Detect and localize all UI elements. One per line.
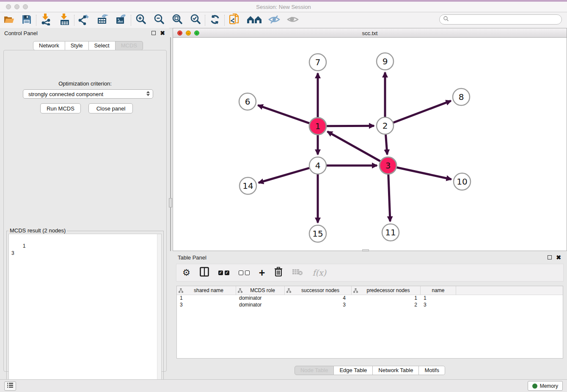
graph-edge-1-6[interactable] [258, 105, 310, 123]
graph-edge-2-8[interactable] [394, 101, 451, 122]
criterion-dropdown[interactable]: strongly connected component [23, 89, 153, 99]
search-icon [443, 16, 449, 23]
table-row[interactable]: 3dominator323 [177, 302, 563, 309]
table-cell[interactable]: 3 [177, 302, 236, 309]
delete-column-button[interactable] [274, 267, 283, 278]
network-graph[interactable]: 7968124314101511 [173, 38, 567, 251]
column-header-successor-nodes[interactable]: successor nodes [285, 286, 352, 295]
zoom-out-button[interactable] [153, 14, 165, 27]
task-history-button[interactable] [4, 381, 16, 391]
panel-splitter[interactable] [170, 37, 171, 251]
memory-button[interactable]: Memory [528, 381, 563, 391]
graph-node-7[interactable]: 7 [309, 54, 326, 71]
hide-selected-button[interactable] [268, 14, 281, 27]
tab-edge-table[interactable]: Edge Table [334, 366, 373, 375]
table-cell[interactable]: 3 [421, 302, 456, 309]
tab-style[interactable]: Style [65, 41, 89, 50]
graph-node-15[interactable]: 15 [309, 225, 326, 242]
graph-node-label: 7 [315, 57, 321, 67]
tab-select[interactable]: Select [89, 41, 116, 50]
tab-mcds[interactable]: MCDS [116, 41, 143, 50]
export-network-button[interactable] [78, 14, 91, 27]
graph-edge-1-2[interactable] [327, 126, 374, 126]
panel-splitter-handle[interactable] [169, 198, 172, 207]
result-scrollbar[interactable] [157, 234, 161, 389]
function-builder-button[interactable]: f(x) [312, 267, 326, 278]
search-input[interactable] [439, 14, 562, 25]
graph-node-11[interactable]: 11 [382, 224, 399, 241]
table-cell[interactable]: 3 [285, 302, 352, 309]
table-cell[interactable]: 2 [352, 302, 421, 309]
float-panel-icon[interactable] [151, 31, 156, 35]
export-table-button[interactable] [96, 14, 109, 27]
close-panel-button[interactable]: Close panel [88, 103, 133, 113]
tab-network-table[interactable]: Network Table [373, 366, 419, 375]
zoom-fit-icon [171, 14, 183, 27]
eye-icon [286, 14, 299, 26]
graph-node-6[interactable]: 6 [239, 93, 256, 110]
import-network-button[interactable] [40, 14, 52, 27]
graph-node-3[interactable]: 3 [380, 157, 396, 174]
dropdown-stepper-icon [146, 91, 150, 96]
tab-network[interactable]: Network [33, 41, 65, 50]
graph-node-14[interactable]: 14 [239, 177, 256, 194]
create-column-button[interactable]: + [259, 267, 265, 278]
open-session-button[interactable] [3, 14, 15, 27]
graph-node-10[interactable]: 10 [454, 173, 471, 190]
column-header-name[interactable]: name [421, 286, 456, 295]
clone-network-button[interactable] [228, 14, 241, 27]
main-toolbar [0, 12, 567, 28]
graph-node-1[interactable]: 1 [309, 118, 326, 135]
column-header-predecessor-nodes[interactable]: predecessor nodes [352, 286, 421, 295]
node-table-body: 1dominator4113dominator323 [177, 295, 563, 309]
table-cell[interactable]: 1 [421, 295, 456, 302]
graph-node-2[interactable]: 2 [377, 117, 394, 134]
table-row[interactable]: 1dominator411 [177, 295, 563, 302]
column-header-shared-name[interactable]: shared name [177, 286, 236, 295]
show-columns-button[interactable] [200, 267, 209, 278]
save-session-button[interactable] [20, 14, 33, 27]
zoom-in-button[interactable] [135, 14, 147, 27]
close-panel-icon[interactable]: ✖ [160, 31, 165, 35]
table-cell[interactable]: 1 [177, 295, 236, 302]
graph-edge-3-11[interactable] [388, 174, 390, 221]
table-cell[interactable]: dominator [236, 295, 285, 302]
export-image-button[interactable] [115, 14, 128, 27]
table-panel-title: Table Panel [178, 254, 206, 261]
horizontal-splitter-handle[interactable] [362, 249, 369, 251]
network-window-titlebar[interactable]: ✕ – + scc.txt [173, 28, 567, 38]
node-table[interactable]: shared nameMCDS rolesuccessor nodesprede… [176, 286, 563, 359]
graph-node-9[interactable]: 9 [377, 53, 394, 70]
deselect-all-button[interactable] [239, 267, 250, 278]
table-float-panel-icon[interactable] [548, 255, 552, 259]
select-all-button[interactable]: ✓ ✓ [218, 267, 229, 278]
delete-table-button[interactable] [292, 267, 303, 278]
table-cell[interactable]: dominator [236, 302, 285, 309]
import-table-button[interactable] [58, 14, 71, 27]
column-type-icon [179, 288, 183, 293]
table-cell[interactable]: 4 [285, 295, 352, 302]
graph-edge-3-10[interactable] [397, 167, 451, 179]
show-all-button[interactable] [286, 14, 299, 27]
graph-edge-4-14[interactable] [259, 168, 309, 183]
zoom-fit-button[interactable] [171, 14, 184, 27]
graph-node-8[interactable]: 8 [453, 88, 470, 105]
tab-motifs[interactable]: Motifs [419, 366, 445, 375]
apply-layout-button[interactable] [209, 14, 221, 27]
tab-node-table[interactable]: Node Table [295, 366, 334, 375]
graph-node-4[interactable]: 4 [309, 157, 326, 174]
column-header-MCDS-role[interactable]: MCDS role [236, 286, 285, 295]
mcds-result-list[interactable]: 1 3 [8, 234, 162, 389]
graph-edge-2-3[interactable] [386, 135, 388, 155]
zoom-selected-button[interactable] [189, 14, 202, 27]
clone-network-icon [229, 13, 240, 28]
first-neighbors-button[interactable] [246, 14, 263, 27]
list-icon [7, 382, 14, 390]
table-close-panel-icon[interactable]: ✖ [556, 255, 561, 259]
graph-edge-3-1[interactable] [328, 132, 380, 161]
memory-button-label: Memory [540, 383, 558, 389]
run-mcds-button[interactable]: Run MCDS [40, 103, 81, 113]
table-settings-button[interactable]: ⚙ [182, 267, 190, 278]
status-bar: Memory [0, 379, 567, 392]
table-cell[interactable]: 1 [352, 295, 421, 302]
